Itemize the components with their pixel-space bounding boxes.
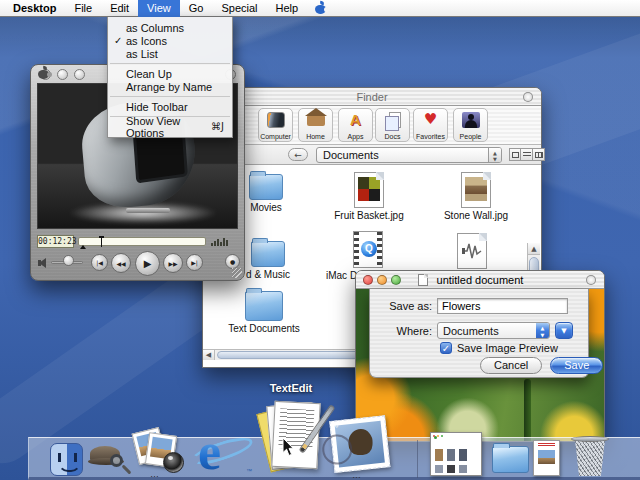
icon-view-button[interactable] — [509, 148, 521, 161]
running-indicator-icon: … — [150, 469, 160, 479]
list-view-icon — [523, 152, 531, 158]
image-file-icon — [354, 172, 384, 208]
menu-file[interactable]: File — [65, 0, 101, 17]
heart-icon: ♥ — [422, 112, 440, 128]
dock-image-document-icon[interactable] — [533, 440, 560, 476]
menu-desktop[interactable]: Desktop — [4, 0, 65, 17]
dock-internet-explorer-icon[interactable]: e ™ — [192, 430, 254, 478]
image-file-icon — [461, 172, 491, 208]
checkbox-label: Save Image Preview — [457, 342, 558, 354]
back-button[interactable]: ← — [288, 148, 308, 161]
icon-view-icon — [512, 152, 519, 158]
menu-view[interactable]: View — [138, 0, 180, 17]
close-button[interactable] — [363, 275, 373, 285]
toolbar-button-docs[interactable]: Docs — [375, 108, 410, 142]
scroll-up-arrow-icon[interactable]: ▲ — [528, 243, 540, 255]
menu-item-hide-toolbar[interactable]: Hide Toolbar — [108, 100, 232, 113]
save-image-preview-checkbox[interactable]: ✓ — [440, 342, 452, 354]
folder-icon — [249, 174, 283, 200]
toolbar-button-apps[interactable]: A Apps — [338, 108, 373, 142]
popup-stepper-icon: ▲▼ — [536, 323, 549, 338]
imac-stand — [126, 208, 170, 213]
save-sheet: Save as: Where: Documents ▲▼ ▼ ✓ Save Im… — [369, 289, 589, 378]
toolbar-button-people[interactable]: People — [453, 108, 488, 142]
view-menu: as Columns ✓ as Icons as List Clean Up A… — [107, 17, 233, 138]
playhead[interactable] — [101, 236, 102, 247]
dock-trash-icon[interactable] — [571, 434, 609, 477]
mini-window-content — [433, 441, 479, 473]
menu-separator — [110, 63, 230, 64]
menu-edit[interactable]: Edit — [101, 0, 138, 17]
menu-bar: Desktop File Edit View Go Special Help — [0, 0, 640, 17]
menu-go[interactable]: Go — [180, 0, 213, 17]
minimize-button[interactable] — [57, 69, 68, 80]
ie-letter: e — [198, 422, 221, 480]
menu-item-show-view-options[interactable]: Show View Options ⌘J — [108, 120, 232, 133]
untitled-titlebar[interactable]: untitled document — [356, 271, 604, 289]
menu-item-as-list[interactable]: as List — [108, 47, 232, 60]
dock-folder-icon[interactable] — [492, 446, 529, 473]
menu-item-as-columns[interactable]: as Columns — [108, 21, 232, 34]
file-text-documents[interactable]: Text Documents — [209, 291, 319, 334]
magnifier-icon — [110, 454, 123, 467]
toolbar-button-home[interactable]: Home — [298, 108, 333, 142]
waveform-icon — [458, 234, 486, 268]
list-view-button[interactable] — [521, 148, 533, 161]
apps-icon: A — [347, 112, 365, 128]
mouse-cursor-icon — [281, 437, 294, 457]
dock-sherlock-icon[interactable] — [88, 442, 128, 476]
menu-item-clean-up[interactable]: Clean Up — [108, 67, 232, 80]
finder-toolbar-toggle-button[interactable] — [523, 92, 533, 102]
where-popup[interactable]: Documents ▲▼ — [437, 322, 550, 339]
dock-hover-label: TextEdit — [246, 382, 336, 394]
toolbar-toggle-button[interactable] — [586, 275, 596, 285]
menu-special[interactable]: Special — [212, 0, 266, 17]
play-button[interactable]: ▶ — [135, 251, 160, 276]
finder-titlebar[interactable]: Finder — [203, 88, 541, 106]
finder-toolbar: Computer Home A Apps Docs ♥ Favorites Pe… — [203, 106, 541, 145]
cancel-button[interactable]: Cancel — [480, 357, 542, 374]
resize-grip[interactable] — [232, 268, 242, 278]
eject-button[interactable]: ● — [225, 254, 240, 269]
computer-icon — [267, 112, 285, 128]
file-fruit-basket[interactable]: Fruit Basket.jpg — [314, 172, 424, 221]
untitled-document-window: untitled document Save as: Where: Docume… — [355, 270, 605, 442]
apple-logo[interactable] — [315, 2, 327, 15]
disclosure-button[interactable]: ▼ — [555, 322, 573, 339]
go-to-end-button[interactable]: ▶| — [186, 254, 203, 271]
dock-finder-icon[interactable] — [50, 443, 83, 476]
file-stone-wall[interactable]: Stone Wall.jpg — [421, 172, 531, 221]
view-mode-buttons — [509, 148, 545, 161]
finder-title: Finder — [356, 91, 387, 103]
menu-help[interactable]: Help — [267, 0, 308, 17]
path-popup[interactable]: Documents ▲▼ — [316, 147, 502, 163]
quicktime-file-icon: Q — [353, 231, 383, 268]
toolbar-button-computer[interactable]: Computer — [258, 108, 293, 142]
trash-basket-icon — [573, 439, 607, 476]
rewind-button[interactable]: ◀◀ — [111, 253, 131, 273]
menu-item-arrange-by-name[interactable]: Arrange by Name — [108, 80, 232, 93]
minimize-button[interactable] — [377, 275, 387, 285]
zoom-button[interactable] — [74, 69, 85, 80]
volume-thumb[interactable] — [63, 255, 74, 266]
save-as-input[interactable] — [437, 298, 568, 314]
desktop: Finder Computer Home A Apps Docs ♥ Fa — [0, 0, 640, 480]
apple-logo-quicktime — [38, 67, 50, 80]
column-view-button[interactable] — [533, 148, 545, 161]
zoom-button[interactable] — [391, 275, 401, 285]
scroll-left-arrow-icon[interactable]: ◀ — [203, 350, 215, 360]
dock-minimized-window-icon[interactable] — [430, 432, 482, 476]
speaker-icon — [39, 258, 46, 268]
finder-pathbar: ← Documents ▲▼ — [203, 145, 541, 165]
fast-forward-button[interactable]: ▶▶ — [163, 253, 183, 273]
file-audio[interactable] — [417, 233, 527, 269]
home-icon — [307, 115, 325, 126]
running-indicator-icon: … — [352, 470, 362, 480]
playback-track[interactable] — [78, 237, 206, 246]
save-button[interactable]: Save — [550, 357, 603, 374]
menu-item-as-icons[interactable]: ✓ as Icons — [108, 34, 232, 47]
toolbar-button-favorites[interactable]: ♥ Favorites — [413, 108, 448, 142]
go-to-start-button[interactable]: |◀ — [91, 254, 108, 271]
stamp-text: 1.0 — [329, 422, 338, 429]
where-label: Where: — [370, 325, 432, 337]
